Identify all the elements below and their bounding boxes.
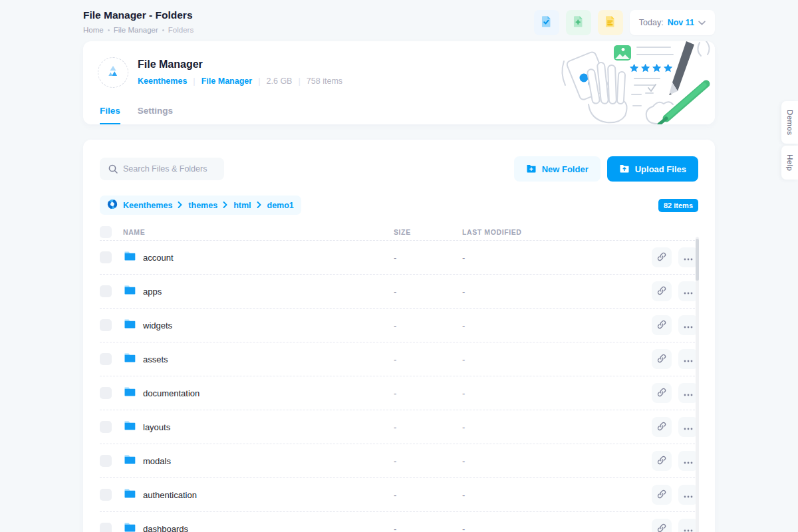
- folder-name-link[interactable]: widgets: [143, 321, 172, 331]
- modified-cell: -: [462, 287, 649, 297]
- file-browser-card: New Folder Upload Files Keenthemes: [83, 140, 715, 532]
- new-folder-button[interactable]: New Folder: [514, 156, 600, 182]
- tab-settings[interactable]: Settings: [138, 106, 173, 124]
- breadcrumb-separator: [162, 29, 164, 31]
- column-header-size: SIZE: [394, 228, 462, 236]
- ellipsis-icon: [684, 490, 693, 500]
- ellipsis-icon: [684, 287, 693, 297]
- tab-files[interactable]: Files: [100, 106, 120, 124]
- row-actions: [649, 247, 698, 267]
- copy-link-button[interactable]: [652, 485, 672, 505]
- keenthemes-logo-icon: [104, 63, 122, 82]
- copy-link-button[interactable]: [652, 519, 672, 532]
- folder-name-link[interactable]: authentication: [143, 490, 197, 500]
- folder-path: Keenthemes themes html demo1: [100, 196, 301, 215]
- size-cell: -: [394, 253, 462, 263]
- header-actions: Today: Nov 11: [534, 10, 715, 35]
- row-checkbox[interactable]: [100, 319, 112, 331]
- ellipsis-icon: [684, 524, 693, 532]
- copy-link-button[interactable]: [652, 315, 672, 335]
- copy-link-button[interactable]: [652, 281, 672, 301]
- folder-icon: [123, 487, 136, 503]
- name-cell: modals: [123, 453, 394, 469]
- chevron-right-icon: [257, 201, 262, 210]
- scrollbar-thumb[interactable]: [696, 239, 699, 281]
- header-illustration: [559, 41, 715, 124]
- folder-icon: [123, 249, 136, 265]
- app-meta: Keenthemes | File Manager | 2.6 GB | 758…: [138, 76, 342, 86]
- row-checkbox[interactable]: [100, 285, 112, 297]
- search-wrap: [100, 158, 224, 180]
- folder-name-link[interactable]: apps: [143, 287, 162, 297]
- row-checkbox[interactable]: [100, 455, 112, 467]
- file-manager-link[interactable]: File Manager: [201, 76, 252, 86]
- breadcrumb-home[interactable]: Home: [83, 26, 104, 34]
- today-label: Today:: [639, 18, 664, 27]
- copy-link-button[interactable]: [652, 417, 672, 437]
- path-segment-html[interactable]: html: [233, 201, 251, 210]
- folder-upload-icon: [619, 163, 630, 176]
- name-cell: apps: [123, 283, 394, 299]
- new-folder-label: New Folder: [542, 164, 589, 174]
- ellipsis-icon: [684, 354, 693, 364]
- folder-name-link[interactable]: assets: [143, 354, 168, 364]
- path-segment-themes[interactable]: themes: [188, 201, 217, 210]
- row-checkbox[interactable]: [100, 523, 112, 532]
- size-cell: -: [394, 354, 462, 364]
- copy-link-button[interactable]: [652, 349, 672, 369]
- row-checkbox[interactable]: [100, 489, 112, 501]
- folder-icon: [123, 351, 136, 367]
- select-all-checkbox[interactable]: [100, 226, 112, 238]
- search-input[interactable]: [100, 158, 224, 180]
- row-actions: [649, 417, 698, 437]
- abstract-circle-icon: [107, 199, 118, 211]
- file-plus-icon: [572, 15, 585, 30]
- link-icon: [657, 388, 666, 399]
- chevron-down-icon: [698, 18, 706, 27]
- file-check-button[interactable]: [534, 10, 559, 35]
- path-segment-keenthemes[interactable]: Keenthemes: [123, 201, 172, 210]
- meta-separator: |: [258, 76, 260, 86]
- folder-icon: [123, 283, 136, 299]
- side-tab-help[interactable]: Help: [781, 146, 798, 180]
- row-checkbox[interactable]: [100, 353, 112, 365]
- file-plus-button[interactable]: [566, 10, 591, 35]
- file-lines-button[interactable]: [598, 10, 623, 35]
- link-icon: [657, 422, 666, 433]
- link-icon: [657, 354, 666, 365]
- top-header: File Manager - Folders Home File Manager…: [0, 0, 798, 35]
- row-actions: [649, 349, 698, 369]
- side-tab-demos[interactable]: Demos: [781, 101, 798, 144]
- name-cell: dashboards: [123, 521, 394, 532]
- page-title: File Manager - Folders: [83, 9, 194, 21]
- date-picker-button[interactable]: Today: Nov 11: [630, 10, 715, 35]
- breadcrumb-file-manager[interactable]: File Manager: [114, 26, 158, 34]
- upload-files-button[interactable]: Upload Files: [607, 156, 698, 182]
- folder-name-link[interactable]: modals: [143, 456, 171, 466]
- ellipsis-icon: [684, 456, 693, 466]
- scrollbar-track[interactable]: [696, 237, 699, 532]
- table-row: documentation - -: [100, 376, 698, 410]
- link-icon: [657, 456, 666, 467]
- link-icon: [657, 523, 666, 532]
- folder-name-link[interactable]: layouts: [143, 422, 170, 432]
- row-checkbox[interactable]: [100, 251, 112, 263]
- name-cell: widgets: [123, 317, 394, 333]
- copy-link-button[interactable]: [652, 451, 672, 471]
- keenthemes-link[interactable]: Keenthemes: [138, 76, 187, 86]
- copy-link-button[interactable]: [652, 247, 672, 267]
- column-header-modified: LAST MODIFIED: [462, 228, 649, 236]
- row-actions: [649, 315, 698, 335]
- path-segment-demo1[interactable]: demo1: [267, 201, 294, 210]
- folder-name-link[interactable]: account: [143, 253, 174, 263]
- copy-link-button[interactable]: [652, 383, 672, 403]
- upload-files-label: Upload Files: [635, 164, 686, 174]
- today-value: Nov 11: [668, 18, 694, 27]
- folder-name-link[interactable]: dashboards: [143, 524, 188, 532]
- row-actions: [649, 281, 698, 301]
- row-checkbox[interactable]: [100, 421, 112, 433]
- breadcrumb-separator: [108, 29, 110, 31]
- row-checkbox[interactable]: [100, 387, 112, 399]
- folder-name-link[interactable]: documentation: [143, 388, 200, 398]
- table-header-row: NAME SIZE LAST MODIFIED: [100, 223, 698, 241]
